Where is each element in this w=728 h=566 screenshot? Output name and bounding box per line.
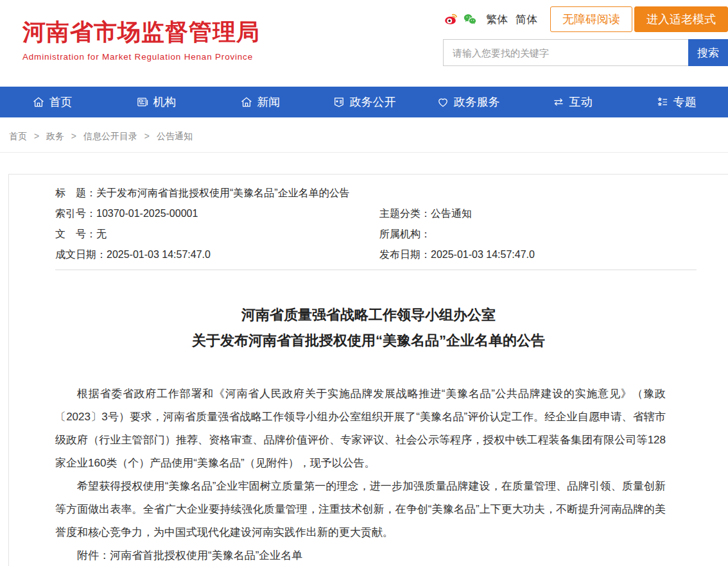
breadcrumb-separator: >	[71, 131, 76, 141]
elder-mode-button[interactable]: 进入适老模式	[634, 6, 728, 32]
nav-item-news[interactable]: 新闻	[208, 87, 312, 117]
article-body: 根据省委省政府工作部署和《河南省人民政府关于实施品牌发展战略推进“美豫名品”公共…	[9, 382, 728, 566]
meta-organization-label: 所属机构：	[379, 228, 431, 239]
search-button[interactable]: 搜索	[688, 39, 728, 66]
breadcrumb-separator: >	[144, 131, 150, 141]
home-icon	[32, 96, 45, 108]
nav-item-services[interactable]: 政务服务	[416, 87, 520, 117]
search-bar: 搜索	[443, 39, 728, 66]
lang-simplified[interactable]: 简体	[516, 12, 537, 27]
meta-title-value: 关于发布河南省首批授权使用“美豫名品”企业名单的公告	[96, 187, 350, 198]
article-container: 标 题：关于发布河南省首批授权使用“美豫名品”企业名单的公告 索引号：10370…	[8, 174, 728, 566]
weibo-icon[interactable]	[444, 12, 458, 26]
meta-docno-row: 文 号：无	[55, 224, 379, 244]
breadcrumb-catalog[interactable]: 信息公开目录	[83, 131, 137, 141]
topics-list-icon	[656, 96, 669, 108]
document-meta: 标 题：关于发布河南省首批授权使用“美豫名品”企业名单的公告 索引号：10370…	[9, 175, 728, 265]
article-title: 河南省质量强省战略工作领导小组办公室 关于发布河南省首批授权使用“美豫名品”企业…	[9, 302, 728, 354]
meta-issued-label: 发布日期：	[379, 249, 431, 260]
nav-item-org[interactable]: 机构	[104, 87, 208, 117]
meta-title-row: 标 题：关于发布河南省首批授权使用“美豫名品”企业名单的公告	[55, 183, 728, 203]
nav-label: 新闻	[257, 94, 281, 110]
nav-item-home[interactable]: 首页	[0, 87, 104, 117]
topbar: 繁体 简体 无障碍阅读 进入适老模式	[443, 6, 728, 32]
news-icon	[240, 96, 253, 108]
meta-issued-row: 发布日期：2025-01-03 14:57:47.0	[379, 244, 728, 265]
breadcrumb-zhengwu[interactable]: 政务	[46, 131, 64, 141]
exchange-arrows-icon	[552, 96, 565, 108]
meta-category-label: 主题分类：	[379, 208, 431, 219]
wechat-icon[interactable]	[463, 12, 477, 26]
org-icon	[136, 96, 149, 108]
article-paragraph: 根据省委省政府工作部署和《河南省人民政府关于实施品牌发展战略推进“美豫名品”公共…	[55, 382, 666, 475]
meta-divider	[55, 270, 697, 270]
meta-docno-label: 文 号：	[55, 228, 96, 239]
nav-label: 政务服务	[454, 94, 500, 110]
site-title: 河南省市场监督管理局	[22, 17, 260, 48]
search-input[interactable]	[443, 39, 688, 66]
meta-docno-value: 无	[96, 228, 107, 239]
meta-issued-value: 2025-01-03 14:57:47.0	[431, 249, 535, 260]
meta-created-row: 成文日期：2025-01-03 14:57:47.0	[55, 244, 379, 265]
header-right: 繁体 简体 无障碍阅读 进入适老模式 搜索	[443, 6, 728, 66]
site-subtitle: Administration for Market Regulation Hen…	[22, 52, 260, 62]
meta-index-label: 索引号：	[55, 208, 96, 219]
article-title-line2: 关于发布河南省首批授权使用“美豫名品”企业名单的公告	[48, 328, 689, 354]
meta-category-value: 公告通知	[431, 208, 472, 219]
nav-label: 互动	[569, 94, 593, 110]
heart-icon	[437, 96, 449, 108]
meta-created-value: 2025-01-03 14:57:47.0	[107, 249, 211, 260]
nav-item-interact[interactable]: 互动	[520, 87, 624, 117]
nav-item-topics[interactable]: 专题	[624, 87, 728, 117]
attachment-line: 附件：河南省首批授权使用“美豫名品”企业名单	[55, 544, 666, 566]
meta-index-value: 10370-01-2025-00001	[96, 208, 198, 219]
nav-label: 政务公开	[350, 94, 396, 110]
meta-organization-row: 所属机构：	[379, 224, 728, 244]
meta-title-label: 标 题：	[55, 187, 96, 198]
meta-category-row: 主题分类：公告通知	[379, 203, 728, 224]
article-paragraph: 希望获得授权使用“美豫名品”企业牢固树立质量第一的理念，进一步加强质量品牌建设，…	[55, 475, 666, 544]
meta-created-label: 成文日期：	[55, 249, 107, 260]
article-title-line1: 河南省质量强省战略工作领导小组办公室	[48, 302, 689, 328]
site-header: 河南省市场监督管理局 Administration for Market Reg…	[0, 0, 728, 87]
breadcrumb: 首页 > 政务 > 信息公开目录 > 公告通知	[0, 117, 728, 152]
accessibility-button[interactable]: 无障碍阅读	[550, 6, 632, 32]
nav-item-disclosure[interactable]: 政务公开	[312, 87, 416, 117]
nav-label: 首页	[49, 94, 73, 110]
breadcrumb-separator: >	[34, 131, 39, 141]
disclosure-badge-icon	[333, 96, 345, 108]
site-logo[interactable]: 河南省市场监督管理局 Administration for Market Reg…	[22, 17, 260, 62]
nav-label: 专题	[673, 94, 697, 110]
header-divider	[0, 152, 728, 153]
meta-index-row: 索引号：10370-01-2025-00001	[55, 203, 379, 224]
main-nav: 首页 机构 新闻 政务公开 政务服务 互动 专题	[0, 87, 728, 117]
breadcrumb-home[interactable]: 首页	[9, 131, 27, 141]
breadcrumb-current: 公告通知	[157, 131, 193, 141]
lang-traditional[interactable]: 繁体	[486, 12, 508, 27]
nav-label: 机构	[153, 94, 177, 110]
